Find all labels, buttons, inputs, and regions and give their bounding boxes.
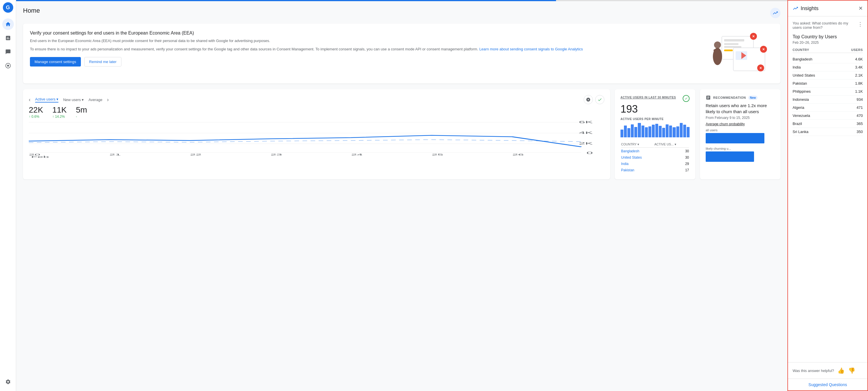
list-item: Philippines1.1K xyxy=(793,88,863,96)
svg-text:×: × xyxy=(760,66,762,70)
metrics-row: ‹ Active users ▾ New users ▾ Average › xyxy=(23,89,780,179)
recommendation-card: RECOMMENDATION New Retain users who are … xyxy=(700,89,780,179)
bar-mini xyxy=(680,123,683,137)
bar-mini xyxy=(645,127,648,137)
table-header-row: COUNTRY USERS xyxy=(793,48,863,53)
list-item: Algeria471 xyxy=(793,104,863,112)
thumbs-up-button[interactable]: 👍 xyxy=(837,367,845,374)
active-col-header[interactable]: ACTIVE US... ▾ xyxy=(654,141,689,148)
svg-text:21: 21 xyxy=(110,153,121,156)
rec-label: RECOMMENDATION xyxy=(713,96,746,99)
active-users-section-title: ACTIVE USERS IN LAST 30 MINUTES xyxy=(620,96,676,99)
churn-row: all users xyxy=(706,128,775,143)
consent-text-area: Verify your consent settings for end use… xyxy=(30,31,705,66)
svg-text:26: 26 xyxy=(512,153,524,156)
insights-question: You asked: What countries do my users co… xyxy=(793,21,863,30)
sidebar-item-chat[interactable] xyxy=(2,46,14,58)
active-users-tab[interactable]: Active users ▾ xyxy=(35,97,58,102)
bar-mini xyxy=(620,129,623,137)
svg-text:4K: 4K xyxy=(579,131,593,134)
bar-mini xyxy=(652,125,655,137)
country-link[interactable]: India xyxy=(621,162,628,166)
country-link[interactable]: Pakistan xyxy=(621,168,634,172)
content-area: Home Verify your consent settings for en… xyxy=(16,1,787,391)
churn-label: all users xyxy=(706,128,775,132)
check-button[interactable] xyxy=(595,95,604,104)
insights-more-button[interactable]: ⋮ xyxy=(858,21,863,27)
churn-bars: all users likely churning u... xyxy=(706,128,775,162)
country-active-table: COUNTRY ▾ ACTIVE US... ▾ Bangladesh30Uni… xyxy=(620,141,689,174)
list-item: Sri Lanka350 xyxy=(793,128,863,136)
remind-later-button[interactable]: Remind me later xyxy=(84,57,121,66)
active-count: 193 xyxy=(620,103,689,115)
country-link[interactable]: Bangladesh xyxy=(621,149,639,153)
average-tab[interactable]: Average xyxy=(88,98,102,102)
average-value: 5m xyxy=(76,106,87,115)
sidebar-item-advertising[interactable] xyxy=(2,60,14,71)
col-users: USERS xyxy=(851,48,863,52)
list-item: Venezuela470 xyxy=(793,112,863,120)
helpful-row: Was this answer helpful? 👍 👎 xyxy=(788,362,867,379)
sidebar-item-settings[interactable] xyxy=(2,376,14,388)
churn-bar xyxy=(706,151,754,162)
table-row: Bangladesh30 xyxy=(621,148,689,154)
new-users-value: 11K xyxy=(52,106,67,115)
custom-benchmark-button[interactable] xyxy=(584,95,593,104)
bar-mini xyxy=(676,126,679,137)
svg-text:24: 24 xyxy=(351,153,363,156)
insights-close-button[interactable]: ✕ xyxy=(859,5,863,11)
new-badge: New xyxy=(748,96,758,100)
main-chart-card: ‹ Active users ▾ New users ▾ Average › xyxy=(23,89,610,179)
table-row: India29 xyxy=(621,161,689,167)
svg-text:×: × xyxy=(752,34,754,38)
manage-consent-button[interactable]: Manage consent settings xyxy=(30,57,81,66)
country-link[interactable]: United States xyxy=(621,155,642,159)
suggested-questions-button[interactable]: Suggested Questions xyxy=(788,379,867,390)
bar-mini xyxy=(631,124,634,137)
insights-header: Insights ✕ xyxy=(788,1,867,17)
svg-rect-3 xyxy=(724,39,744,41)
churn-bar xyxy=(706,133,765,143)
svg-text:25: 25 xyxy=(432,153,443,156)
consent-illustration: × × × xyxy=(710,31,774,77)
country-insights-table: COUNTRY USERS Bangladesh4.6KIndia3.4KUni… xyxy=(793,48,863,136)
bar-mini xyxy=(666,124,669,137)
average-change: - xyxy=(76,115,87,119)
new-users-tab[interactable]: New users ▾ xyxy=(63,98,84,102)
app-logo[interactable]: G xyxy=(3,2,13,13)
helpful-text: Was this answer helpful? xyxy=(793,368,834,373)
bar-mini xyxy=(687,127,689,137)
thumbs-down-button[interactable]: 👎 xyxy=(848,367,855,374)
table-row: Pakistan17 xyxy=(621,167,689,173)
svg-rect-6 xyxy=(724,50,733,51)
sidebar-item-home[interactable] xyxy=(2,19,14,30)
list-item: Indonesia934 xyxy=(793,96,863,104)
svg-text:6K: 6K xyxy=(579,121,593,124)
bar-mini xyxy=(673,127,676,137)
active-users-realtime-card: ACTIVE USERS IN LAST 30 MINUTES 193 ACTI… xyxy=(615,89,695,179)
check-circle xyxy=(683,95,689,102)
active-users-value: 22K xyxy=(29,106,43,115)
bar-mini xyxy=(648,126,651,137)
list-item: Pakistan1.8K xyxy=(793,80,863,88)
insights-panel: Insights ✕ You asked: What countries do … xyxy=(787,0,868,391)
rec-subtitle: Average churn probability xyxy=(706,122,775,126)
svg-point-18 xyxy=(714,41,721,49)
sidebar-item-reports[interactable] xyxy=(2,32,14,44)
bar-mini xyxy=(638,123,641,137)
consent-desc-2: To ensure there is no impact to your ads… xyxy=(30,47,705,52)
main-content: Home Verify your consent settings for en… xyxy=(16,0,787,391)
bar-mini xyxy=(624,125,627,137)
consent-learn-more-link[interactable]: Learn more about sending consent signals… xyxy=(479,47,583,51)
list-item: United States2.1K xyxy=(793,71,863,80)
chart-prev-button[interactable]: ‹ xyxy=(29,97,31,103)
insights-icon-button[interactable] xyxy=(770,8,780,18)
consent-desc-1: End users in the European Economic Area … xyxy=(30,38,705,44)
insights-section-title: Top Country by Users xyxy=(793,34,863,39)
active-per-min-title: ACTIVE USERS PER MINUTE xyxy=(620,118,689,121)
insights-panel-title: Insights xyxy=(801,5,856,11)
svg-text:×: × xyxy=(763,47,765,52)
country-col-header[interactable]: COUNTRY ▾ xyxy=(621,141,654,148)
chart-next-button[interactable]: › xyxy=(107,97,109,103)
bar-mini xyxy=(655,124,658,137)
